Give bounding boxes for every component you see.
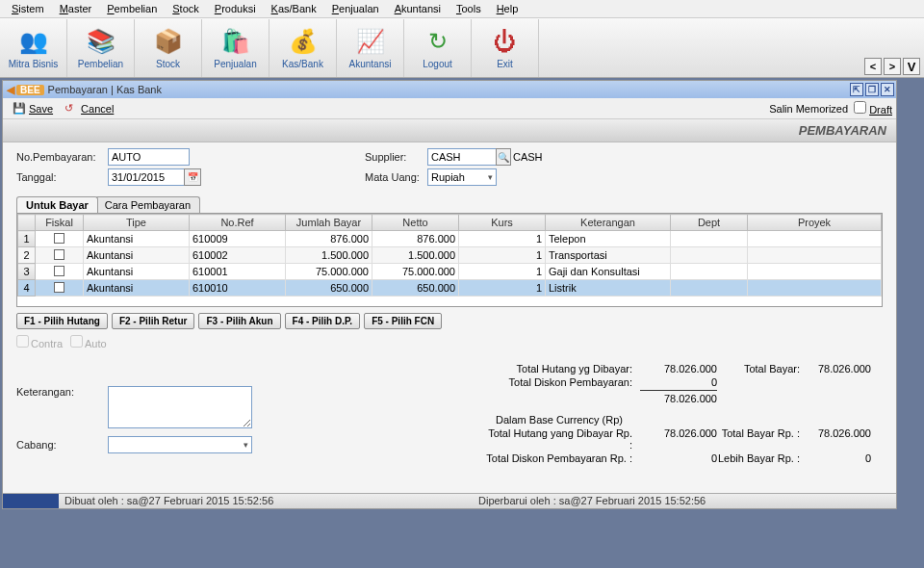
- fkey-f2-pilih-retur[interactable]: F2 - Pilih Retur: [112, 313, 195, 329]
- supplier-label: Supplier:: [365, 151, 427, 163]
- titlebar: ◀ BEE Pembayaran | Kas Bank ⇱ ❐ ✕: [3, 81, 896, 98]
- total-bayar-label: Total Bayar:: [717, 363, 804, 374]
- v-button[interactable]: V: [903, 58, 920, 75]
- toolbar-stock[interactable]: 📦Stock: [135, 19, 202, 77]
- search-icon[interactable]: 🔍: [496, 148, 511, 166]
- cell-jumlah: 876.000: [286, 231, 372, 247]
- toolbar-label: Penjualan: [214, 59, 256, 69]
- toolbar-mitrabisnis[interactable]: 👥Mitra Bisnis: [0, 19, 67, 77]
- menu-penjualan[interactable]: Penjualan: [324, 1, 387, 16]
- keterangan-label: Keterangan:: [16, 386, 108, 398]
- mata-uang-select[interactable]: Rupiah: [427, 168, 497, 186]
- no-pembayaran-label: No.Pembayaran:: [16, 151, 108, 163]
- col-jumlahbayar[interactable]: Jumlah Bayar: [286, 215, 372, 231]
- fkey-f1-pilih-hutang[interactable]: F1 - Pilih Hutang: [16, 313, 108, 329]
- tanggal-input[interactable]: [108, 168, 185, 186]
- cell-dept: [671, 231, 748, 247]
- menu-produksi[interactable]: Produksi: [207, 1, 264, 16]
- tanggal-label: Tanggal:: [16, 171, 108, 183]
- table-row[interactable]: 4Akuntansi610010650.000650.0001Listrik: [18, 280, 882, 297]
- supplier-input[interactable]: [427, 148, 497, 166]
- menu-help[interactable]: Help: [489, 1, 526, 16]
- total-diskon-value: 0: [640, 376, 717, 388]
- toolbar-label: Stock: [156, 59, 180, 69]
- toolbar-akuntansi[interactable]: 📈Akuntansi: [337, 19, 404, 77]
- menu-sistem[interactable]: Sistem: [4, 1, 52, 16]
- salin-memorized-button[interactable]: Salin Memorized: [769, 103, 848, 115]
- toolbar-kasbank[interactable]: 💰Kas/Bank: [270, 19, 337, 77]
- tabs: Untuk Bayar Cara Pembayaran: [16, 196, 883, 213]
- lebih-bayar-value: 0: [804, 452, 871, 464]
- cell-kurs: 1: [459, 247, 546, 264]
- fkey-f5-pilih-fcn[interactable]: F5 - Pilih FCN: [364, 313, 442, 329]
- checkbox-icon[interactable]: [54, 249, 64, 260]
- cell-keterangan: Gaji dan Konsultasi: [546, 264, 671, 280]
- table-row[interactable]: 2Akuntansi6100021.500.0001.500.0001Trans…: [18, 247, 882, 264]
- menu-stock[interactable]: Stock: [165, 1, 207, 16]
- status-updated: Diperbarui oleh : sa@27 Februari 2015 15…: [473, 494, 711, 508]
- toolbar-pembelian[interactable]: 📚Pembelian: [67, 19, 135, 77]
- col-netto[interactable]: Netto: [372, 215, 459, 231]
- toolbar-logout[interactable]: ↻Logout: [404, 19, 472, 77]
- draft-checkbox-wrap[interactable]: Draft: [854, 101, 892, 116]
- save-button[interactable]: 💾 Save: [7, 100, 59, 117]
- next-button[interactable]: >: [884, 58, 901, 75]
- cell-fiskal[interactable]: [36, 247, 84, 264]
- cell-dept: [671, 264, 748, 280]
- bee-logo: BEE: [16, 85, 44, 95]
- close-icon[interactable]: ✕: [881, 83, 894, 96]
- cell-fiskal[interactable]: [36, 280, 84, 297]
- toolbar-exit[interactable]: ⏻Exit: [472, 19, 539, 77]
- toolbar-penjualan[interactable]: 🛍️Penjualan: [202, 19, 270, 77]
- menu-pembelian[interactable]: Pembelian: [99, 1, 165, 16]
- menu-master[interactable]: Master: [52, 1, 100, 16]
- maximize-icon[interactable]: ❐: [865, 83, 879, 96]
- col-tipe[interactable]: Tipe: [84, 215, 190, 231]
- checkbox-icon[interactable]: [54, 282, 64, 293]
- back-icon[interactable]: ◀: [7, 84, 14, 96]
- penjualan-icon: 🛍️: [220, 26, 251, 57]
- cell-fiskal[interactable]: [36, 231, 84, 247]
- no-pembayaran-input[interactable]: [108, 148, 190, 166]
- cabang-label: Cabang:: [16, 439, 108, 451]
- tab-untuk-bayar[interactable]: Untuk Bayar: [16, 196, 98, 213]
- pembelian-icon: 📚: [86, 26, 116, 57]
- cell-jumlah: 650.000: [286, 280, 372, 297]
- col-noref[interactable]: No.Ref: [190, 215, 286, 231]
- tab-cara-pembayaran[interactable]: Cara Pembayaran: [95, 196, 200, 213]
- table-row[interactable]: 1Akuntansi610009876.000876.0001Telepon: [18, 231, 882, 247]
- col-kurs[interactable]: Kurs: [459, 215, 546, 231]
- draft-checkbox[interactable]: [854, 101, 866, 114]
- cell-proyek: [748, 264, 882, 280]
- checkbox-icon[interactable]: [54, 266, 64, 276]
- table-row[interactable]: 3Akuntansi61000175.000.00075.000.0001Gaj…: [18, 264, 882, 280]
- calendar-icon[interactable]: 📅: [184, 168, 201, 186]
- toolbar-label: Logout: [423, 59, 452, 69]
- cell-proyek: [748, 247, 882, 264]
- menu-tools[interactable]: Tools: [449, 1, 489, 16]
- col-keterangan[interactable]: Keterangan: [546, 215, 671, 231]
- mitrabisnis-icon: 👥: [18, 26, 49, 57]
- checkbox-icon[interactable]: [54, 233, 64, 244]
- menu-akuntansi[interactable]: Akuntansi: [387, 1, 449, 16]
- fkey-f4-pilih-d-p-[interactable]: F4 - Pilih D.P.: [285, 313, 361, 329]
- cell-fiskal[interactable]: [36, 264, 84, 280]
- cabang-select[interactable]: [108, 436, 252, 453]
- col-fiskal[interactable]: Fiskal: [36, 215, 84, 231]
- akuntansi-icon: 📈: [355, 26, 386, 57]
- total-diskon-rp-label: Total Diskon Pembayaran Rp. :: [486, 452, 640, 464]
- keterangan-input[interactable]: [108, 386, 252, 428]
- menu-kasbank[interactable]: Kas/Bank: [264, 1, 324, 16]
- total-hutang-rp-value: 78.026.000: [640, 427, 717, 451]
- col-dept[interactable]: Dept: [671, 215, 748, 231]
- base-currency-label: Dalam Base Currency (Rp): [486, 414, 640, 426]
- cancel-button[interactable]: ↺ Cancel: [59, 100, 119, 117]
- total-bayar-rp-value: 78.026.000: [804, 427, 871, 451]
- col-proyek[interactable]: Proyek: [748, 215, 882, 231]
- prev-button[interactable]: <: [864, 58, 882, 75]
- detach-icon[interactable]: ⇱: [850, 83, 863, 96]
- fkeys: F1 - Pilih HutangF2 - Pilih ReturF3 - Pi…: [16, 313, 883, 329]
- banner: PEMBAYARAN: [3, 119, 896, 142]
- fkey-f3-pilih-akun[interactable]: F3 - Pilih Akun: [198, 313, 280, 329]
- status-indicator: [3, 494, 59, 508]
